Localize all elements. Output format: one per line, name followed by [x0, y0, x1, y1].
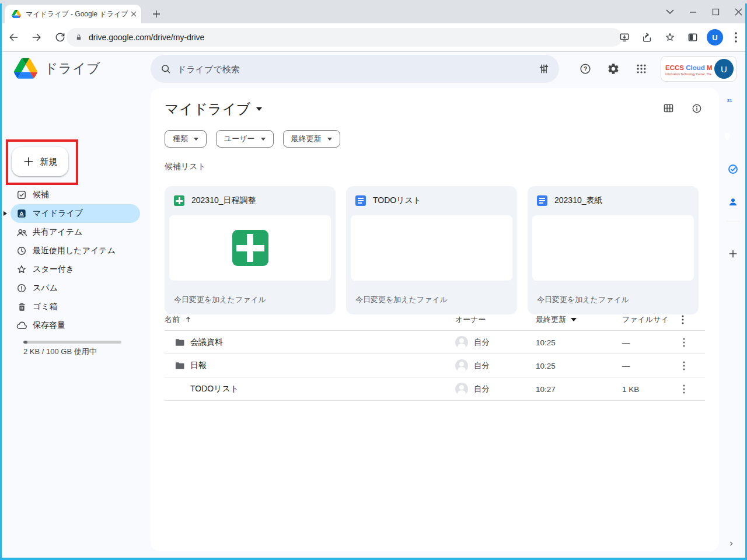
get-addons-plus-icon[interactable]	[727, 248, 739, 260]
chevron-down-icon	[194, 138, 198, 141]
rail-divider	[726, 222, 740, 222]
table-options-kebab-icon[interactable]	[682, 315, 684, 324]
drive-search-bar[interactable]	[151, 55, 559, 83]
file-preview	[169, 215, 331, 281]
bookmark-star-icon[interactable]	[661, 29, 679, 46]
sidebar-nav: 候補 マイドライブ 共有アイテム 最近使用したアイテム スター付き	[0, 186, 146, 335]
window-frame-edge	[0, 4, 2, 560]
sidebar-item-recent[interactable]: 最近使用したアイテム	[11, 242, 140, 260]
file-table: 名前 オーナー 最終更新 ファイルサイ 会議資料	[165, 309, 705, 401]
window-close-button[interactable]	[735, 8, 742, 16]
new-tab-button[interactable]	[147, 5, 166, 23]
sidebar-item-shared[interactable]: 共有アイテム	[11, 223, 140, 242]
table-row[interactable]: TODOリスト 自分 10:27 1 KB	[165, 377, 705, 401]
google-contacts-icon[interactable]	[727, 196, 739, 208]
sidebar-item-spam[interactable]: スパム	[11, 279, 140, 298]
spam-alert-icon	[15, 282, 28, 295]
search-input[interactable]	[177, 64, 532, 74]
folder-icon	[174, 360, 186, 372]
drive-app-name: ドライブ	[44, 60, 100, 78]
sidebar-item-my-drive[interactable]: マイドライブ	[11, 204, 140, 223]
modified-time: 10:27	[536, 384, 556, 393]
people-icon	[15, 226, 28, 239]
browser-menu-kebab-icon[interactable]	[728, 29, 743, 46]
sort-direction-icon	[571, 318, 577, 321]
drive-favicon-icon	[12, 10, 21, 18]
back-button[interactable]	[5, 29, 22, 46]
account-badge-logo: ECCS Cloud Mail Information Technology C…	[665, 62, 712, 76]
install-app-icon[interactable]	[616, 29, 633, 46]
row-kebab-icon[interactable]	[683, 338, 685, 347]
column-header-modified[interactable]: 最終更新	[536, 314, 577, 325]
tab-close-icon[interactable]	[131, 11, 137, 17]
drive-logo-icon	[14, 58, 37, 79]
browser-profile-avatar[interactable]: U	[707, 29, 723, 46]
side-panel-icon[interactable]	[684, 29, 701, 46]
tab-search-icon[interactable]	[666, 9, 674, 15]
svg-text:?: ?	[584, 66, 587, 72]
window-maximize-button[interactable]	[712, 8, 720, 16]
suggestion-card[interactable]: TODOリスト 今日変更を加えたファイル	[346, 186, 517, 314]
suggestion-card[interactable]: 202310_表紙 今日変更を加えたファイル	[528, 186, 699, 314]
column-header-owner[interactable]: オーナー	[455, 314, 486, 325]
new-button[interactable]: 新規	[12, 147, 68, 176]
suggestion-card[interactable]: 202310_日程調整 今日変更を加えたファイル	[165, 186, 336, 314]
checkbox-check-icon	[15, 188, 28, 201]
owner-name: 自分	[474, 337, 490, 348]
browser-tab[interactable]: マイドライブ - Google ドライブ	[5, 5, 141, 23]
suggestions-section-label: 候補リスト	[165, 162, 206, 172]
table-row[interactable]: 日報 自分 10:25 —	[165, 354, 705, 377]
owner-avatar	[455, 383, 468, 396]
owner-avatar	[455, 359, 468, 372]
sidebar-item-trash[interactable]: ゴミ箱	[11, 298, 140, 316]
sidebar-item-suggestions[interactable]: 候補	[11, 186, 140, 204]
account-badge-subtitle: Information Technology Center, The Unive…	[665, 72, 712, 76]
url-text: drive.google.com/drive/my-drive	[89, 33, 204, 42]
browser-toolbar: drive.google.com/drive/my-drive U	[0, 23, 747, 51]
grid-view-toggle-icon[interactable]	[662, 102, 675, 114]
filter-chip-modified[interactable]: 最終更新	[283, 130, 340, 148]
my-drive-icon	[15, 207, 28, 220]
modified-time: 10:25	[536, 361, 556, 370]
docs-file-icon	[537, 195, 547, 206]
expand-arrow-icon[interactable]	[4, 211, 7, 216]
search-icon	[160, 63, 172, 75]
drive-logo-area[interactable]: ドライブ	[14, 58, 100, 79]
window-minimize-button[interactable]	[689, 8, 697, 16]
filter-chip-people[interactable]: ユーザー	[216, 130, 274, 148]
row-kebab-icon[interactable]	[683, 384, 685, 394]
row-kebab-icon[interactable]	[683, 361, 685, 370]
docs-file-icon	[355, 195, 366, 206]
table-row[interactable]: 会議資料 自分 10:25 —	[165, 331, 705, 354]
chevron-down-icon	[261, 138, 266, 141]
sort-ascending-icon	[184, 316, 192, 323]
google-keep-icon[interactable]	[727, 131, 739, 142]
owner-name: 自分	[474, 360, 490, 371]
google-apps-grid-icon[interactable]	[633, 61, 650, 77]
filter-chip-type[interactable]: 種類	[165, 130, 207, 148]
trash-icon	[15, 300, 28, 313]
owner-name: 自分	[474, 384, 490, 394]
share-icon[interactable]	[638, 29, 656, 46]
forward-button[interactable]	[28, 29, 46, 46]
tab-title: マイドライブ - Google ドライブ	[26, 9, 131, 19]
file-table-header: 名前 オーナー 最終更新 ファイルサイ	[165, 309, 705, 331]
search-options-tune-icon[interactable]	[538, 63, 550, 75]
page-title-dropdown[interactable]: マイドライブ	[165, 100, 262, 118]
sheets-file-icon	[174, 195, 184, 206]
plus-icon	[23, 156, 34, 167]
window-frame-edge	[0, 558, 747, 560]
url-bar[interactable]: drive.google.com/drive/my-drive	[67, 28, 622, 47]
sidebar-item-storage[interactable]: 保存容量	[11, 316, 140, 335]
page-title: マイドライブ	[165, 100, 250, 118]
google-tasks-icon[interactable]	[727, 163, 739, 175]
owner-avatar	[455, 336, 468, 349]
info-details-icon[interactable]	[691, 103, 703, 114]
settings-gear-icon[interactable]	[605, 61, 622, 77]
help-icon[interactable]: ?	[577, 61, 594, 77]
column-header-size[interactable]: ファイルサイ	[622, 314, 669, 325]
column-header-name[interactable]: 名前	[165, 314, 192, 325]
google-calendar-icon[interactable]: 31	[727, 98, 739, 110]
hide-side-panel-chevron-icon[interactable]	[727, 539, 736, 548]
sidebar-item-starred[interactable]: スター付き	[11, 260, 140, 279]
